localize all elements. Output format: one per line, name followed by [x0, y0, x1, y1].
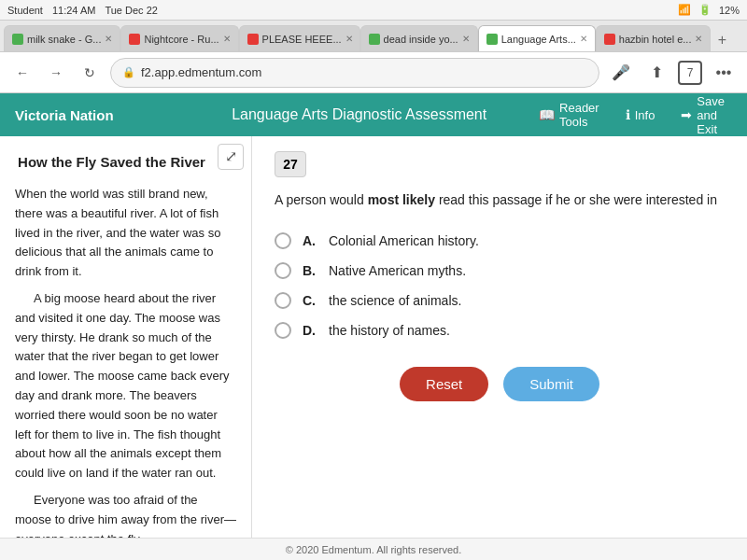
microphone-icon[interactable]: 🎤: [607, 59, 635, 87]
question-text: A person would most likely read this pas…: [275, 190, 725, 210]
url-text: f2.app.edmentum.com: [141, 65, 261, 79]
reset-button[interactable]: Reset: [400, 367, 488, 401]
reload-button[interactable]: ↻: [77, 60, 103, 86]
status-left: Student 11:24 AM Tue Dec 22: [7, 5, 158, 16]
wifi-icon: 📶: [678, 4, 691, 16]
question-number: 27: [275, 151, 306, 177]
tab-4-close[interactable]: ✕: [462, 34, 470, 44]
answer-options: A. Colonial American history. B. Native …: [275, 232, 725, 339]
radio-a[interactable]: [275, 232, 291, 249]
more-options-btn[interactable]: •••: [710, 59, 738, 87]
battery-level: 12%: [719, 5, 740, 16]
save-exit-button[interactable]: ➡ Save and Exit: [673, 91, 732, 140]
passage-title: How the Fly Saved the River: [15, 151, 236, 174]
tab-2-close[interactable]: ✕: [223, 34, 231, 44]
option-b-letter: B.: [303, 263, 317, 278]
browser-tab-2[interactable]: Nightcore - Ru... ✕: [120, 25, 238, 51]
reading-panel: ⤢ How the Fly Saved the River When the w…: [0, 136, 252, 538]
status-right: 📶 🔋 12%: [678, 4, 740, 16]
save-exit-icon: ➡: [681, 107, 692, 122]
radio-d[interactable]: [275, 322, 291, 339]
info-button[interactable]: ℹ Info: [618, 104, 663, 126]
url-bar[interactable]: 🔒 f2.app.edmentum.com: [110, 58, 599, 88]
tab-6-label: hazbin hotel e...: [619, 34, 692, 45]
reader-tools-icon: 📖: [539, 107, 555, 122]
reader-tools-label: Reader Tools: [559, 101, 599, 129]
info-icon: ℹ: [626, 107, 630, 122]
passage-para-1: When the world was still brand new, ther…: [15, 185, 236, 282]
app-title: Language Arts Diagnostic Assessment: [187, 106, 531, 123]
copyright-text: © 2020 Edmentum. All rights reserved.: [286, 544, 461, 555]
browser-tab-1[interactable]: milk snake - G... ✕: [4, 25, 120, 51]
submit-button[interactable]: Submit: [503, 367, 599, 401]
tabs-count-btn[interactable]: 7: [678, 61, 702, 85]
tab-3-close[interactable]: ✕: [345, 34, 353, 44]
tab-3-label: PLEASE HEEE...: [262, 34, 342, 45]
option-c-letter: C.: [303, 293, 317, 308]
tab-2-label: Nightcore - Ru...: [144, 34, 218, 45]
expand-button[interactable]: ⤢: [218, 144, 244, 170]
tab-5-close[interactable]: ✕: [580, 34, 587, 44]
passage-para-3: Everyone was too afraid of the moose to …: [15, 491, 236, 538]
status-bar: Student 11:24 AM Tue Dec 22 📶 🔋 12%: [0, 0, 747, 21]
option-a-letter: A.: [303, 233, 317, 248]
user-name: Victoria Nation: [15, 107, 187, 123]
tab-1-close[interactable]: ✕: [105, 34, 112, 44]
main-content: ⤢ How the Fly Saved the River When the w…: [0, 136, 747, 538]
tab-4-label: dead inside yo...: [384, 34, 458, 45]
tab-5-label: Language Arts...: [501, 34, 576, 45]
address-actions: 🎤 ⬆ 7 •••: [607, 59, 738, 87]
passage-body: When the world was still brand new, ther…: [15, 185, 236, 538]
info-label: Info: [635, 108, 655, 122]
header-actions: 📖 Reader Tools ℹ Info ➡ Save and Exit: [531, 91, 732, 140]
passage-para-2: A big moose heard about the river and vi…: [15, 289, 236, 483]
option-a-text: Colonial American history.: [329, 233, 479, 248]
radio-c[interactable]: [275, 292, 291, 309]
forward-button[interactable]: →: [43, 60, 69, 86]
battery-icon: 🔋: [698, 4, 712, 16]
question-text-after: read this passage if he or she were inte…: [435, 192, 717, 207]
share-icon[interactable]: ⬆: [642, 59, 670, 87]
radio-b[interactable]: [275, 262, 291, 279]
status-time: 11:24 AM: [52, 5, 95, 16]
question-text-before: A person would: [275, 192, 368, 207]
browser-tab-4[interactable]: dead inside yo... ✕: [360, 25, 478, 51]
address-bar: ← → ↻ 🔒 f2.app.edmentum.com 🎤 ⬆ 7 •••: [0, 52, 747, 93]
browser-tab-3[interactable]: PLEASE HEEE... ✕: [239, 25, 360, 51]
app-header: Victoria Nation Language Arts Diagnostic…: [0, 93, 747, 136]
save-exit-label: Save and Exit: [697, 94, 725, 136]
browser-tabs-bar: milk snake - G... ✕ Nightcore - Ru... ✕ …: [0, 21, 747, 52]
option-b-text: Native American myths.: [329, 263, 466, 278]
action-buttons: Reset Submit: [275, 367, 725, 401]
answer-option-a[interactable]: A. Colonial American history.: [275, 232, 725, 249]
answer-option-d[interactable]: D. the history of names.: [275, 322, 725, 339]
footer: © 2020 Edmentum. All rights reserved.: [0, 538, 747, 560]
lock-icon: 🔒: [122, 66, 135, 78]
question-bold-text: most likely: [368, 192, 435, 207]
browser-tab-5[interactable]: Language Arts... ✕: [478, 25, 596, 51]
reader-tools-button[interactable]: 📖 Reader Tools: [531, 97, 607, 133]
answer-option-b[interactable]: B. Native American myths.: [275, 262, 725, 279]
add-tab-button[interactable]: +: [711, 29, 733, 51]
answer-option-c[interactable]: C. the science of animals.: [275, 292, 725, 309]
tab-1-label: milk snake - G...: [27, 34, 101, 45]
option-d-text: the history of names.: [329, 323, 450, 338]
back-button[interactable]: ←: [9, 60, 35, 86]
status-student: Student: [7, 5, 43, 16]
option-c-text: the science of animals.: [329, 293, 461, 308]
question-panel: 27 A person would most likely read this …: [252, 136, 747, 538]
option-d-letter: D.: [303, 323, 317, 338]
tab-6-close[interactable]: ✕: [695, 34, 702, 44]
status-date: Tue Dec 22: [105, 5, 157, 16]
browser-tab-6[interactable]: hazbin hotel e... ✕: [596, 25, 712, 51]
